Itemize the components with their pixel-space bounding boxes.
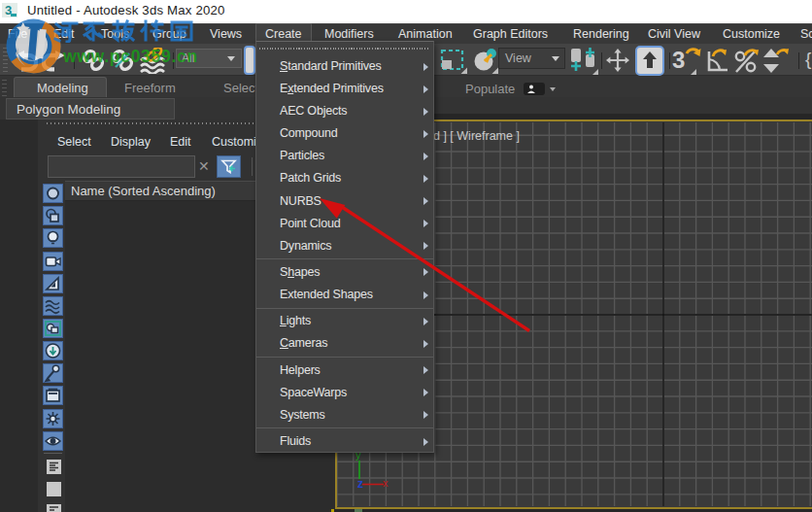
svg-text:x: x [383,477,389,489]
svg-text:z: z [357,477,363,491]
